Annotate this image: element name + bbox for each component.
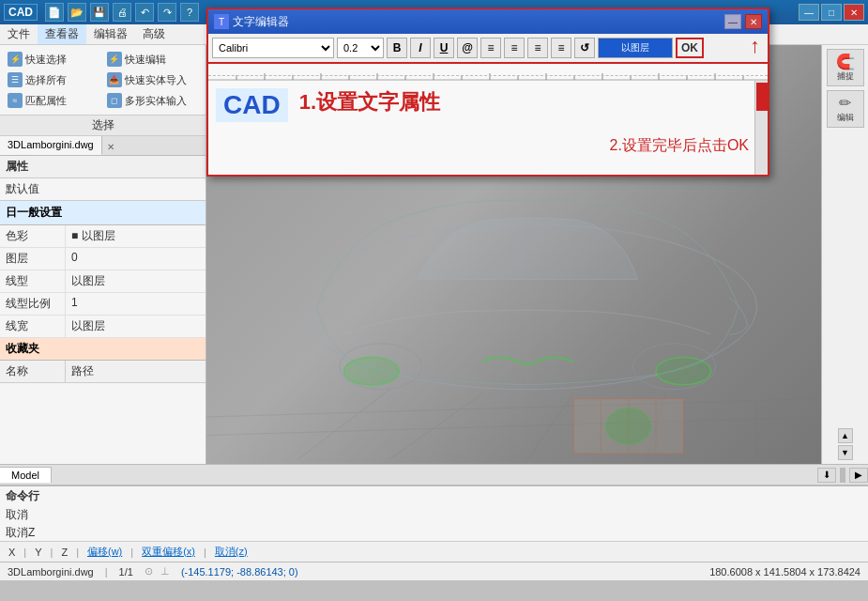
- cancel-btn[interactable]: 取消(z): [210, 544, 252, 560]
- dialog-ruler: [208, 64, 768, 81]
- select-all-icon: ☰: [8, 72, 23, 87]
- double-offset-btn[interactable]: 双重偏移(x): [137, 544, 200, 560]
- ruler-svg: [208, 64, 768, 81]
- tab-scroll-down-btn[interactable]: ⬇: [817, 468, 836, 483]
- tab-scrollbar: [840, 468, 845, 483]
- tab-bar: 3DLamborgini.dwg ✕: [0, 136, 206, 156]
- scroll-up-btn[interactable]: ▲: [838, 428, 853, 443]
- dialog-cad-label: CAD: [216, 88, 288, 122]
- dialog-scroll-thumb[interactable]: [756, 83, 768, 111]
- match-prop-btn[interactable]: ≈ 匹配属性: [4, 90, 103, 111]
- maximize-btn[interactable]: □: [821, 4, 842, 21]
- match-prop-icon: ≈: [8, 93, 23, 108]
- layer-label: 图层: [0, 248, 66, 270]
- separator-2: |: [51, 547, 53, 558]
- quick-edit-btn[interactable]: ⚡ 快速编辑: [103, 49, 203, 69]
- scroll-down-btn[interactable]: ▼: [838, 445, 853, 460]
- align-left-btn[interactable]: ≡: [480, 38, 501, 58]
- open-icon[interactable]: 📂: [68, 3, 86, 22]
- linetype-scale-value: 1: [66, 293, 206, 315]
- title-bar-icons: 📄 📂 💾 🖨 ↶ ↷ ?: [45, 3, 199, 22]
- right-panel: 🧲 捕捉 ✏ 编辑 ▲ ▼: [821, 45, 868, 464]
- color-row: 色彩 ■ 以图层: [0, 225, 206, 248]
- left-panel: ⚡ 快速选择 ⚡ 快速编辑 ☰ 选择所有 📥 快速实体导入 ≈ 匹配属性 ◻ 多…: [0, 45, 206, 464]
- status-divider-3: ⊥: [160, 565, 170, 578]
- menu-editor[interactable]: 编辑器: [86, 24, 135, 44]
- save-icon[interactable]: 💾: [90, 3, 109, 22]
- svg-line-8: [298, 390, 390, 459]
- svg-point-5: [656, 357, 711, 384]
- color-value: ■ 以图层: [66, 225, 206, 247]
- ok-btn[interactable]: OK: [676, 38, 704, 58]
- select-section-label: 选择: [0, 116, 206, 136]
- dialog-toolbar: Calibri 0.2 B I U @ ≡ ≡ ≡ ≡ ↺ 以图层 OK: [208, 34, 768, 64]
- minimize-btn[interactable]: —: [799, 4, 819, 21]
- axis-y-btn[interactable]: Y: [30, 546, 46, 559]
- dialog-close-btn[interactable]: ✕: [745, 14, 762, 29]
- undo-icon[interactable]: ↶: [135, 3, 154, 22]
- help-icon[interactable]: ?: [180, 3, 199, 22]
- quick-select-btn[interactable]: ⚡ 快速选择: [4, 49, 103, 69]
- capture-label: 捕捉: [837, 70, 854, 83]
- quick-import-btn[interactable]: 📥 快速实体导入: [103, 69, 203, 90]
- separator-5: |: [204, 547, 206, 558]
- model-tab[interactable]: Model: [0, 467, 52, 483]
- multi-entity-btn[interactable]: ◻ 多形实体输入: [103, 90, 203, 111]
- multi-entity-label: 多形实体输入: [125, 94, 187, 108]
- color-label: 以图层: [621, 41, 649, 54]
- edit-btn[interactable]: ✏ 编辑: [827, 90, 864, 128]
- font-select[interactable]: Calibri: [212, 38, 334, 58]
- at-btn[interactable]: @: [457, 38, 478, 58]
- svg-line-10: [527, 394, 573, 459]
- dialog-scrollbar[interactable]: [754, 81, 768, 175]
- app-logo: CAD: [4, 4, 38, 21]
- separator-1: |: [23, 547, 26, 558]
- command-section: 命令行 取消 取消Z: [0, 485, 868, 541]
- axis-x-btn[interactable]: X: [4, 546, 20, 559]
- new-icon[interactable]: 📄: [45, 3, 64, 22]
- svg-line-9: [390, 394, 482, 459]
- redo-icon[interactable]: ↷: [158, 3, 176, 22]
- quick-select-label: 快速选择: [25, 53, 67, 67]
- bookmark-path-header: 路径: [66, 361, 206, 382]
- dialog-step1-text: 1.设置文字属性: [299, 88, 760, 116]
- separator-3: |: [76, 547, 79, 558]
- tab-scroll-right-btn[interactable]: ▶: [849, 468, 868, 483]
- bookmarks-section[interactable]: 收藏夹: [0, 338, 206, 361]
- bookmark-name-header: 名称: [0, 361, 66, 382]
- align-justify-btn[interactable]: ≡: [551, 38, 571, 58]
- select-all-btn[interactable]: ☰ 选择所有: [4, 69, 103, 90]
- axis-z-btn[interactable]: Z: [56, 546, 72, 559]
- capture-btn[interactable]: 🧲 捕捉: [827, 49, 864, 86]
- drawing-tab[interactable]: 3DLamborgini.dwg: [0, 136, 102, 155]
- align-center-btn[interactable]: ≡: [504, 38, 525, 58]
- status-page: 1/1: [115, 566, 137, 578]
- align-right-btn[interactable]: ≡: [527, 38, 548, 58]
- menu-advanced[interactable]: 高级: [135, 24, 173, 44]
- size-select[interactable]: 0.2: [337, 38, 384, 58]
- underline-btn[interactable]: U: [434, 38, 454, 58]
- lineweight-value: 以图层: [66, 316, 206, 337]
- status-bar: 3DLamborgini.dwg | 1/1 ⊙ ⊥ (-145.1179; -…: [0, 562, 868, 580]
- quick-import-icon: 📥: [107, 72, 122, 87]
- color-select-btn[interactable]: 以图层: [598, 38, 673, 58]
- dialog-title-text: 文字编辑器: [233, 14, 721, 30]
- dialog-content[interactable]: CAD 1.设置文字属性 2.设置完毕后点击OK: [208, 81, 768, 175]
- dialog-step2-text: 2.设置完毕后点击OK: [610, 136, 749, 156]
- linetype-label: 线型: [0, 270, 66, 292]
- menu-file[interactable]: 文件: [0, 24, 38, 44]
- edit-label: 编辑: [837, 112, 854, 124]
- undo-format-btn[interactable]: ↺: [574, 38, 595, 58]
- close-btn[interactable]: ✕: [844, 4, 864, 21]
- command-line-2: 取消Z: [0, 524, 868, 542]
- menu-viewer[interactable]: 查看器: [38, 24, 86, 44]
- dialog-minimize-btn[interactable]: —: [724, 14, 741, 29]
- print-icon[interactable]: 🖨: [113, 3, 131, 22]
- general-settings-section[interactable]: 日一般设置: [0, 201, 206, 225]
- quick-import-label: 快速实体导入: [125, 73, 187, 87]
- close-tab-btn[interactable]: ✕: [102, 138, 119, 155]
- italic-btn[interactable]: I: [410, 38, 431, 58]
- offset-btn[interactable]: 偏移(w): [83, 544, 127, 560]
- bold-btn[interactable]: B: [387, 38, 407, 58]
- window-controls: — □ ✕: [799, 4, 864, 21]
